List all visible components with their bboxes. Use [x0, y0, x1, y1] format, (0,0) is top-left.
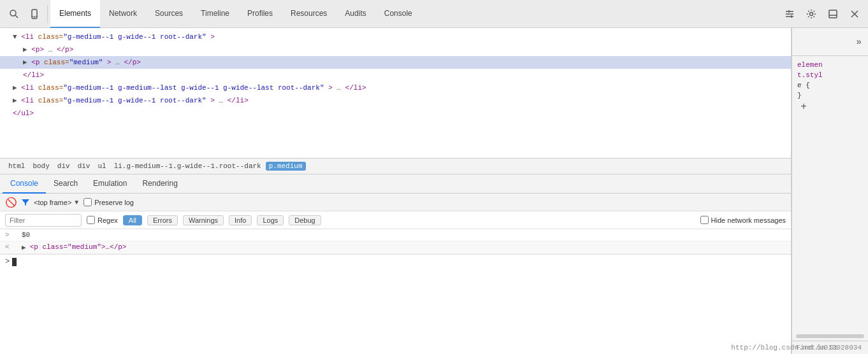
right-panel-top: »: [792, 28, 868, 56]
breadcrumb-div1[interactable]: div: [54, 162, 73, 171]
right-panel: » elemen t.styl e { } + Find in St: [792, 28, 868, 354]
breadcrumb-bar: html body div div ul li.g-medium--1.g-wi…: [0, 158, 791, 174]
filter-all-button[interactable]: All: [123, 215, 142, 225]
tab-sources[interactable]: Sources: [146, 0, 192, 28]
console-prompt: >: [5, 257, 10, 266]
expand-panel-button[interactable]: »: [854, 36, 864, 48]
breadcrumb-body[interactable]: body: [29, 162, 52, 171]
add-style-button[interactable]: +: [797, 101, 810, 113]
right-panel-style-close: }: [797, 90, 863, 101]
top-tab-bar: Elements Network Sources Timeline Profil…: [0, 0, 868, 28]
console-line-prefix-2: <: [5, 243, 18, 251]
console-input-line[interactable]: >: [0, 254, 791, 269]
right-panel-scrollbar[interactable]: [796, 334, 864, 338]
subtab-emulation[interactable]: Emulation: [85, 174, 134, 194]
breadcrumb-div2[interactable]: div: [75, 162, 94, 171]
breadcrumb-li[interactable]: li.g-medium--1.g-wide--1.root--dark: [111, 162, 264, 171]
breadcrumb-p[interactable]: p.medium: [266, 162, 306, 171]
dock-icon[interactable]: [823, 4, 843, 24]
tab-timeline[interactable]: Timeline: [192, 0, 238, 28]
tab-elements[interactable]: Elements: [50, 0, 100, 28]
right-panel-style-text2: t.styl: [797, 70, 863, 80]
filter-debug-button[interactable]: Debug: [289, 215, 321, 225]
subtab-search[interactable]: Search: [46, 174, 85, 194]
svg-rect-11: [829, 10, 837, 18]
close-icon[interactable]: [845, 4, 864, 24]
tab-console[interactable]: Console: [375, 0, 421, 28]
search-icon[interactable]: [4, 0, 24, 28]
breadcrumb-ul[interactable]: ul: [94, 162, 109, 171]
console-line-text-1: $0: [22, 231, 30, 239]
sub-tabs-bar: Console Search Emulation Rendering: [0, 174, 791, 194]
right-panel-style-open: e {: [797, 80, 863, 90]
dom-line-2[interactable]: ▶ <p> … </p>: [0, 43, 791, 56]
dom-line-3[interactable]: ▶ <p class="medium" > … </p>: [0, 56, 791, 69]
svg-line-1: [15, 15, 18, 18]
tab-network[interactable]: Network: [100, 0, 146, 28]
filter-info-button[interactable]: Info: [229, 215, 252, 225]
tab-profiles[interactable]: Profiles: [238, 0, 282, 28]
console-line-1: > $0: [0, 229, 791, 241]
dom-tree[interactable]: ▼ <li class="g-medium--1 g-wide--1 root-…: [0, 28, 791, 158]
subtab-console[interactable]: Console: [3, 174, 46, 194]
toolbar-right: [780, 4, 864, 24]
breadcrumb-html[interactable]: html: [5, 162, 28, 171]
console-line-2: < ▶ <p class="medium">…</p>: [0, 241, 791, 254]
console-cursor: [12, 258, 17, 266]
console-line-code: <p class="medium">…</p>: [30, 243, 127, 251]
filter-console-button[interactable]: [21, 198, 30, 207]
filter-warnings-button[interactable]: Warnings: [183, 215, 224, 225]
svg-point-10: [810, 12, 813, 15]
dom-line-7[interactable]: </ul>: [0, 107, 791, 120]
dom-line-4[interactable]: </li>: [0, 69, 791, 81]
clear-console-button[interactable]: 🚫: [5, 197, 17, 208]
regex-checkbox[interactable]: Regex: [87, 216, 118, 224]
mobile-icon[interactable]: [24, 0, 45, 28]
customize-icon[interactable]: [780, 4, 799, 24]
bottom-url: http://blog.csdn.net/u013028034: [731, 344, 862, 351]
main-area: ▼ <li class="g-medium--1 g-wide--1 root-…: [0, 28, 868, 354]
filter-logs-button[interactable]: Logs: [257, 215, 284, 225]
filter-errors-button[interactable]: Errors: [147, 215, 178, 225]
tab-audits[interactable]: Audits: [336, 0, 375, 28]
subtab-rendering[interactable]: Rendering: [134, 174, 185, 194]
elements-panel: ▼ <li class="g-medium--1 g-wide--1 root-…: [0, 28, 792, 354]
console-expand-arrow[interactable]: ▶: [22, 243, 26, 251]
console-line-prefix-1: >: [5, 231, 18, 239]
filter-bar: Regex All Errors Warnings Info Logs Debu…: [0, 211, 791, 229]
dom-line-1[interactable]: ▼ <li class="g-medium--1 g-wide--1 root-…: [0, 31, 791, 43]
right-panel-style-text: elemen: [797, 60, 863, 70]
preserve-log-checkbox[interactable]: Preserve log: [83, 198, 134, 206]
svg-point-4: [34, 17, 34, 17]
hide-network-checkbox[interactable]: Hide network messages: [700, 216, 786, 224]
console-output[interactable]: > $0 < ▶ <p class="medium">…</p> >: [0, 229, 791, 354]
frame-dropdown-icon: ▼: [73, 199, 80, 206]
right-panel-content: elemen t.styl e { } +: [792, 56, 868, 332]
divider: [47, 5, 48, 23]
dom-line-6[interactable]: ▶ <li class="g-medium--1 g-wide--1 root-…: [0, 94, 791, 107]
svg-point-0: [10, 10, 16, 16]
settings-icon[interactable]: [802, 4, 821, 24]
dom-line-5[interactable]: ▶ <li class="g-medium--1 g-medium--last …: [0, 81, 791, 94]
frame-selector[interactable]: <top frame> ▼: [34, 199, 80, 206]
filter-input[interactable]: [5, 214, 82, 227]
console-toolbar: 🚫 <top frame> ▼ Preserve log: [0, 194, 791, 211]
tab-resources[interactable]: Resources: [282, 0, 336, 28]
